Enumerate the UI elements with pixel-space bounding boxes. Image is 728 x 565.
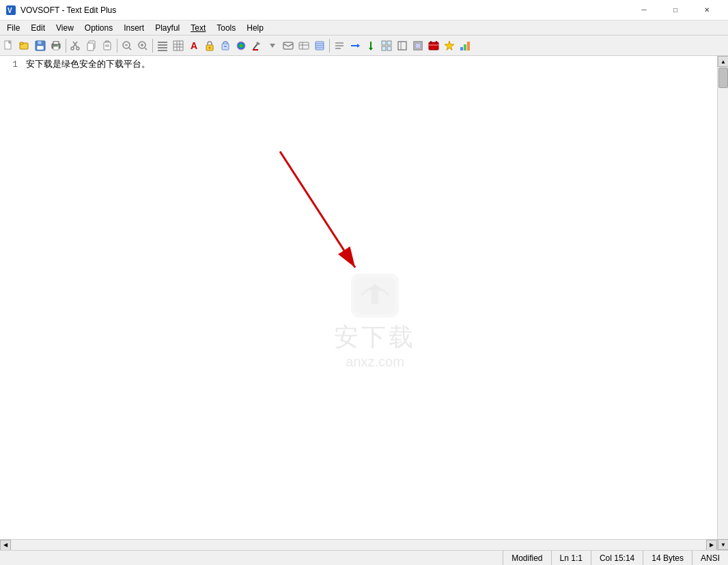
toolbar-btn-28[interactable] (395, 38, 410, 53)
svg-rect-80 (467, 42, 470, 50)
toolbar-btn-23[interactable] (312, 38, 327, 53)
menu-file[interactable]: File (1, 20, 25, 35)
print-button[interactable] (48, 38, 64, 53)
save-button[interactable] (33, 38, 48, 53)
maximize-button[interactable]: □ (660, 0, 691, 20)
toolbar-btn-16[interactable] (202, 38, 217, 53)
open-button[interactable] (17, 38, 32, 53)
svg-rect-73 (429, 42, 438, 50)
main-content: 1 安下载是绿色安全的下载平台。 (0, 56, 728, 550)
line-number: 1 (3, 59, 18, 71)
status-bytes: 14 Bytes (643, 551, 692, 566)
toolbar-btn-15[interactable]: A (186, 38, 201, 53)
svg-rect-35 (158, 50, 167, 51)
svg-rect-33 (158, 44, 167, 46)
svg-rect-32 (158, 42, 167, 43)
v-scroll-down[interactable]: ▼ (718, 539, 728, 550)
menu-tools[interactable]: Tools (211, 20, 241, 35)
toolbar-btn-27[interactable] (379, 38, 394, 53)
v-scroll-track (718, 89, 728, 539)
svg-rect-69 (398, 42, 406, 50)
status-bar: Modified Ln 1:1 Col 15:14 14 Bytes ANSI (0, 550, 728, 565)
svg-marker-64 (369, 48, 373, 50)
toolbar-btn-14[interactable] (171, 38, 186, 53)
svg-rect-67 (382, 46, 386, 50)
svg-rect-12 (53, 42, 59, 44)
svg-rect-66 (387, 41, 391, 45)
status-col-info: Col 15:14 (591, 551, 643, 566)
toolbar-btn-18[interactable] (234, 38, 249, 53)
close-button[interactable]: ✕ (691, 0, 723, 20)
svg-point-18 (76, 47, 79, 50)
sep-1 (66, 39, 66, 53)
editor-content: 1 安下载是绿色安全的下载平台。 (0, 56, 717, 539)
toolbar-btn-26[interactable] (363, 38, 378, 53)
toolbar-btn-25[interactable] (348, 38, 363, 53)
toolbar-btn-31[interactable] (442, 38, 457, 53)
toolbar-btn-20[interactable] (265, 38, 280, 53)
menu-help[interactable]: Help (241, 20, 269, 35)
svg-rect-13 (53, 46, 59, 50)
menu-options[interactable]: Options (79, 20, 118, 35)
toolbar-btn-24[interactable] (332, 38, 347, 53)
window-title: VOVSOFT - Text Edit Plus (20, 5, 628, 15)
h-scroll-track (11, 540, 706, 550)
paste-button[interactable] (100, 38, 115, 53)
text-area[interactable]: 安下载是绿色安全的下载平台。 (20, 56, 717, 539)
cut-button[interactable] (68, 38, 83, 53)
editor-area[interactable]: 1 安下载是绿色安全的下载平台。 (0, 56, 717, 550)
toolbar-btn-19[interactable] (249, 38, 264, 53)
svg-rect-7 (20, 42, 23, 44)
svg-rect-38 (173, 46, 183, 48)
svg-marker-77 (445, 41, 454, 50)
svg-point-17 (71, 47, 74, 50)
svg-line-31 (145, 48, 147, 50)
svg-point-14 (57, 45, 59, 46)
toolbar-btn-13[interactable] (155, 38, 170, 53)
svg-rect-78 (460, 47, 463, 50)
h-scroll-left[interactable]: ◀ (0, 540, 11, 551)
svg-text:V: V (8, 7, 12, 14)
horizontal-scrollbar: ◀ ▶ (0, 539, 717, 550)
v-scroll-up[interactable]: ▲ (718, 56, 728, 67)
editor-scroll: 1 安下载是绿色安全的下载平台。 (0, 56, 717, 539)
minimize-button[interactable]: ─ (628, 0, 660, 20)
svg-rect-39 (176, 41, 178, 50)
toolbar-btn-32[interactable] (458, 38, 473, 53)
menu-insert[interactable]: Insert (118, 20, 150, 35)
v-scroll-thumb[interactable] (718, 68, 728, 88)
svg-rect-48 (253, 49, 258, 50)
svg-rect-79 (464, 44, 466, 50)
svg-marker-62 (357, 44, 360, 48)
svg-rect-34 (158, 47, 167, 48)
copy-button[interactable] (84, 38, 99, 53)
toolbar-btn-29[interactable] (410, 38, 425, 53)
menu-playful[interactable]: Playful (150, 20, 185, 35)
zoom-out-button[interactable] (120, 38, 135, 53)
menu-text[interactable]: Text (185, 20, 211, 35)
line-text: 安下载是绿色安全的下载平台。 (26, 59, 712, 71)
h-scroll-right[interactable]: ▶ (706, 540, 717, 551)
svg-point-42 (209, 46, 211, 48)
status-modified: Modified (503, 551, 551, 566)
toolbar-btn-22[interactable] (296, 38, 311, 53)
zoom-in-button[interactable] (135, 38, 150, 53)
menu-view[interactable]: View (51, 20, 79, 35)
toolbar-btn-30[interactable] (426, 38, 441, 53)
svg-rect-9 (38, 41, 42, 44)
toolbar-btn-21[interactable] (281, 38, 296, 53)
new-button[interactable] (1, 38, 16, 53)
svg-marker-49 (270, 44, 275, 48)
svg-rect-10 (37, 46, 44, 50)
menu-edit[interactable]: Edit (25, 20, 51, 35)
app-icon: V (5, 5, 16, 16)
svg-rect-51 (299, 42, 309, 49)
svg-rect-74 (430, 41, 432, 44)
vertical-scrollbar: ▲ ▼ (717, 56, 728, 550)
toolbar-btn-17[interactable] (218, 38, 233, 53)
status-line-col: Ln 1:1 (552, 551, 591, 566)
svg-rect-75 (436, 41, 437, 44)
sep-2 (117, 39, 117, 53)
svg-rect-37 (173, 44, 183, 45)
svg-rect-72 (415, 43, 421, 48)
